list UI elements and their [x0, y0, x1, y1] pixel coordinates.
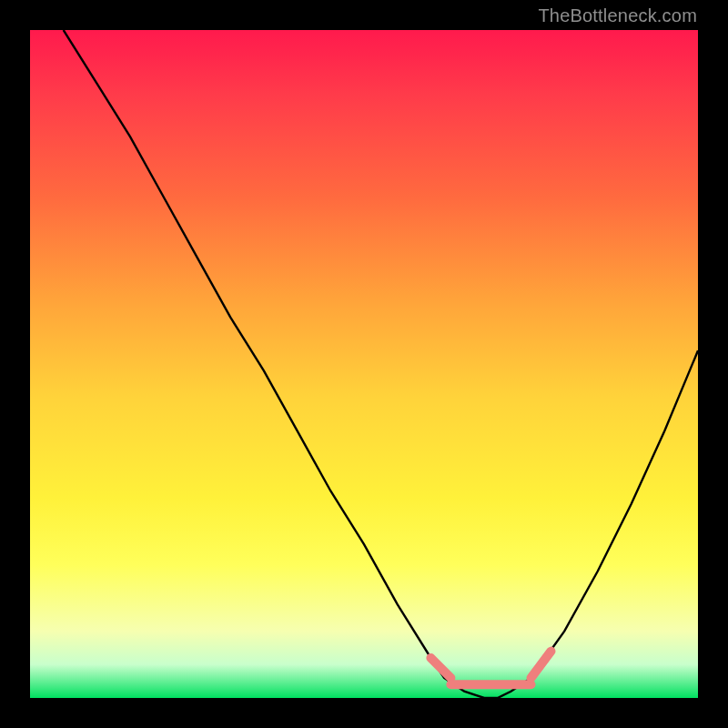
plot-area	[30, 30, 698, 698]
highlight-left-knee	[430, 658, 450, 678]
curve-main	[64, 30, 698, 698]
watermark-text: TheBottleneck.com	[538, 5, 697, 26]
chart-frame: TheBottleneck.com	[0, 0, 728, 728]
highlight-right-knee	[531, 652, 551, 678]
bottleneck-curve	[30, 30, 698, 698]
